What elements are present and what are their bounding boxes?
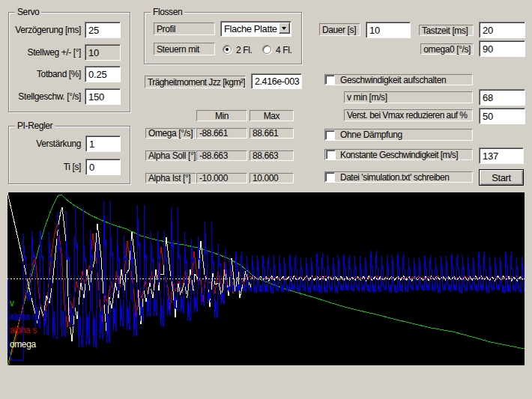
- svg-text:alpha i: alpha i: [10, 311, 34, 322]
- svg-text:v: v: [10, 298, 14, 308]
- svg-text:alpha s: alpha s: [10, 325, 37, 335]
- svg-text:omega: omega: [10, 339, 36, 350]
